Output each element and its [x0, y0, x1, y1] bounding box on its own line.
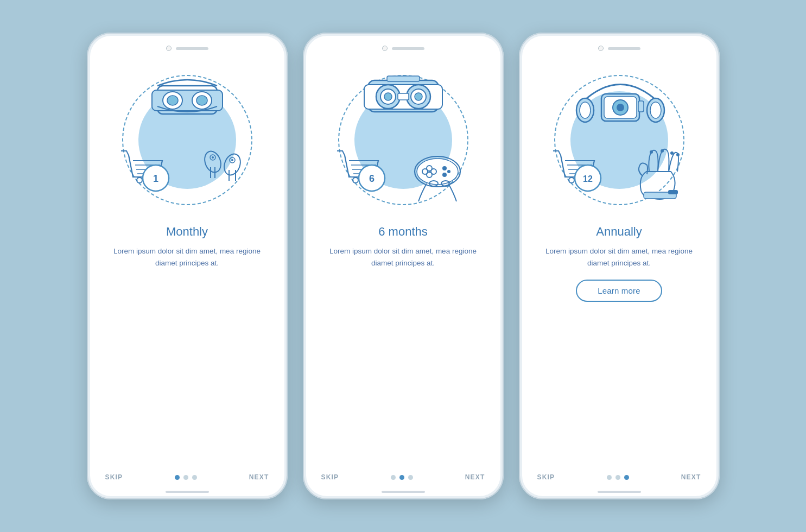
phone-content-6months: 6 [306, 59, 500, 473]
svg-point-68 [661, 149, 664, 153]
screens-container: 1 [87, 33, 720, 499]
svg-point-67 [650, 150, 653, 154]
skip-label-1[interactable]: SKIP [105, 473, 123, 481]
phone-inner-annually: 12 [522, 36, 716, 496]
annually-desc: Lorem ipsum dolor sit dim amet, mea regi… [535, 245, 703, 269]
dot-2-1 [391, 475, 396, 480]
svg-rect-72 [668, 190, 678, 194]
dot-2-3 [408, 475, 413, 480]
speaker-bar-3 [608, 47, 640, 50]
svg-point-18 [221, 151, 243, 177]
dot-2-active [399, 475, 404, 480]
dots-row-2 [391, 475, 413, 480]
illustration-monthly: 1 [117, 64, 258, 216]
svg-point-54 [650, 102, 661, 118]
skip-label-2[interactable]: SKIP [321, 473, 339, 481]
phone-bottom-monthly: SKIP NEXT [90, 473, 284, 486]
svg-point-63 [569, 178, 574, 183]
dot-3-1 [607, 475, 612, 480]
phone-frame-6months: 6 [303, 33, 504, 499]
dot-3-2 [615, 475, 620, 480]
top-bar [90, 46, 284, 59]
learn-more-button[interactable]: Learn more [576, 280, 662, 302]
svg-point-69 [670, 151, 674, 155]
svg-point-46 [442, 166, 447, 170]
svg-point-70 [676, 153, 680, 156]
svg-text:6: 6 [369, 173, 374, 184]
camera-dot-3 [598, 46, 604, 51]
6months-desc: Lorem ipsum dolor sit dim amet, mea regi… [319, 245, 487, 269]
phone-content-annually: 12 [522, 59, 716, 473]
dot-1-3 [192, 475, 197, 480]
speaker-bar [176, 47, 208, 50]
svg-rect-59 [638, 101, 644, 112]
dot-1-active [175, 475, 180, 480]
home-indicator-1 [166, 491, 209, 493]
dots-row-3 [607, 475, 629, 480]
phone-inner-6months: 6 [306, 36, 500, 496]
annually-title: Annually [596, 225, 642, 239]
phone-frame-annually: 12 [519, 33, 720, 499]
svg-point-15 [212, 156, 214, 159]
6months-title: 6 months [378, 225, 428, 239]
svg-point-52 [580, 102, 591, 118]
monthly-title: Monthly [166, 225, 208, 239]
illustration-svg-1: 1 [117, 64, 258, 216]
illustration-6months: 6 [333, 64, 474, 216]
top-bar-3 [522, 46, 716, 59]
illustration-svg-2: 6 [333, 64, 474, 216]
home-indicator-3 [598, 491, 641, 493]
svg-point-58 [617, 104, 624, 111]
svg-point-27 [384, 93, 392, 100]
phone-content-monthly: 1 [90, 59, 284, 473]
dot-1-2 [183, 475, 188, 480]
phone-bottom-annually: SKIP NEXT [522, 473, 716, 486]
phone-bottom-6months: SKIP NEXT [306, 473, 500, 486]
speaker-bar-2 [392, 47, 424, 50]
illustration-annually: 12 [549, 64, 690, 216]
svg-point-13 [202, 149, 224, 174]
skip-label-3[interactable]: SKIP [537, 473, 555, 481]
next-label-1[interactable]: NEXT [249, 473, 269, 481]
svg-point-9 [137, 178, 142, 183]
illustration-svg-3: 12 [549, 64, 690, 216]
svg-point-20 [231, 159, 233, 161]
phone-inner-monthly: 1 [90, 36, 284, 496]
top-bar-2 [306, 46, 500, 59]
dot-3-active [624, 475, 629, 480]
monthly-desc: Lorem ipsum dolor sit dim amet, mea regi… [103, 245, 271, 269]
svg-text:1: 1 [153, 173, 158, 184]
svg-point-36 [353, 178, 358, 183]
next-label-2[interactable]: NEXT [465, 473, 485, 481]
svg-text:12: 12 [583, 174, 593, 183]
next-label-3[interactable]: NEXT [681, 473, 701, 481]
home-indicator-2 [382, 491, 425, 493]
svg-rect-32 [387, 76, 420, 81]
svg-point-47 [447, 170, 450, 173]
camera-dot-2 [382, 46, 388, 51]
svg-point-41 [417, 159, 458, 185]
svg-point-48 [442, 173, 447, 177]
phone-frame-monthly: 1 [87, 33, 288, 499]
dots-row-1 [175, 475, 197, 480]
svg-point-5 [196, 96, 207, 105]
svg-point-30 [415, 93, 422, 100]
svg-point-4 [167, 96, 178, 105]
camera-dot [166, 46, 172, 51]
svg-rect-31 [398, 93, 409, 100]
